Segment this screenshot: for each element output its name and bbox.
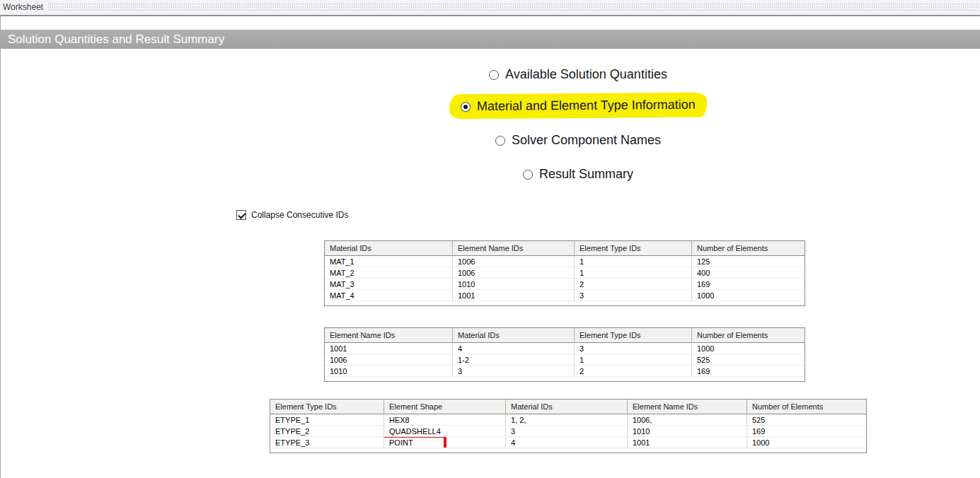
table-cell: 1001: [628, 437, 747, 448]
column-header: Element Name IDs: [325, 328, 453, 343]
column-header: Number of Elements: [692, 328, 805, 343]
table-cell: MAT_4: [325, 290, 453, 301]
table-cell: QUADSHELL4: [384, 426, 506, 437]
column-header: Element Name IDs: [453, 241, 575, 256]
table-cell: 2: [575, 279, 692, 290]
table-cell: 1001: [453, 290, 575, 301]
worksheet-tab-strip: Worksheet: [0, 0, 980, 15]
tab-strip-texture: [47, 3, 979, 12]
table-row: ETYPE_1HEX81, 2,1006,525: [270, 414, 866, 426]
table-row: 1001431000: [325, 343, 805, 354]
worksheet-tab[interactable]: Worksheet: [0, 2, 47, 13]
table-row: MAT_210061400: [325, 267, 805, 279]
table-header-row: Material IDsElement Name IDsElement Type…: [325, 241, 805, 256]
table-empty-strip: [270, 448, 866, 453]
red-annotation-box: [384, 437, 446, 448]
table-cell: 1006: [453, 256, 575, 267]
column-header: Element Type IDs: [575, 328, 692, 343]
table-cell: MAT_1: [325, 256, 453, 267]
table-cell: 1001: [325, 343, 453, 354]
table-cell: ETYPE_2: [270, 426, 384, 437]
table-cell: 1000: [692, 290, 805, 301]
table-cell: 125: [692, 256, 805, 267]
table-cell: 4: [453, 343, 575, 354]
radio-label: Available Solution Quantities: [505, 67, 667, 82]
yellow-highlight: Material and Element Type Information: [449, 93, 707, 119]
radio-button-icon[interactable]: [489, 70, 499, 80]
table-cell: 2: [575, 366, 692, 377]
column-header: Number of Elements: [692, 241, 805, 256]
collapse-consecutive-ids-checkbox[interactable]: Collapse Consecutive IDs: [236, 210, 348, 220]
table-cell: MAT_2: [325, 267, 453, 279]
table-row: MAT_4100131000: [325, 290, 805, 301]
table-cell: 1: [575, 267, 692, 279]
radio-label: Result Summary: [539, 167, 633, 182]
table-header-row: Element Type IDsElement ShapeMaterial ID…: [270, 400, 866, 414]
table-row: MAT_110061125: [325, 256, 805, 267]
section-title-bar: Solution Quantities and Result Summary: [1, 30, 980, 49]
table-cell: 169: [692, 279, 805, 290]
radio-button-icon[interactable]: [495, 136, 505, 146]
table-cell: 1: [575, 256, 692, 267]
column-header: Element Shape: [384, 400, 506, 414]
radio-result-summary[interactable]: Result Summary: [512, 162, 645, 187]
table-cell: 1: [575, 354, 692, 366]
worksheet-view: Worksheet Solution Quantities and Result…: [0, 0, 980, 478]
table-cell: 1006: [325, 354, 453, 366]
radio-button-icon[interactable]: [523, 170, 533, 180]
table-cell: HEX8: [384, 414, 506, 426]
table-cell: 3: [506, 426, 628, 437]
table-cell: 1000: [747, 437, 866, 448]
column-header: Material IDs: [325, 241, 453, 256]
table-row: ETYPE_3POINT410011000: [270, 437, 866, 448]
table-cell: 1010: [325, 366, 453, 377]
checkbox-label: Collapse Consecutive IDs: [251, 210, 348, 220]
column-header: Element Type IDs: [575, 241, 692, 256]
column-header: Material IDs: [506, 400, 628, 414]
table-row: 10061-21525: [325, 354, 805, 366]
table-cell: 400: [692, 267, 805, 279]
worksheet-panel: Solution Quantities and Result Summary A…: [0, 15, 980, 478]
table-cell: 3: [453, 366, 575, 377]
table-cell: ETYPE_3: [270, 437, 384, 448]
view-mode-radio-group: Available Solution Quantities Material a…: [295, 62, 861, 187]
table-cell: 3: [575, 290, 692, 301]
table-row: 101032169: [325, 366, 805, 377]
radio-solver-component-names[interactable]: Solver Component Names: [484, 128, 672, 153]
table-cell: 1, 2,: [506, 414, 628, 426]
table-cell: 3: [575, 343, 692, 354]
table-header-row: Element Name IDsMaterial IDsElement Type…: [325, 328, 805, 343]
table-empty-strip: [325, 377, 805, 381]
table-cell: 1006,: [628, 414, 747, 426]
table-cell: 1010: [453, 279, 575, 290]
radio-button-icon[interactable]: [461, 102, 471, 112]
table-empty-strip: [325, 301, 805, 305]
radio-label: Material and Element Type Information: [477, 98, 696, 114]
section-title: Solution Quantities and Result Summary: [8, 33, 224, 46]
table-cell: 1-2: [453, 354, 575, 366]
element-type-ids-table: Element Type IDsElement ShapeMaterial ID…: [270, 399, 867, 453]
radio-material-and-element-type-information[interactable]: Material and Element Type Information: [449, 93, 707, 118]
table-cell: 525: [692, 354, 805, 366]
table-cell: 169: [747, 426, 866, 437]
column-header: Element Type IDs: [270, 400, 384, 414]
checkbox-icon[interactable]: [236, 210, 246, 220]
element-name-ids-table: Element Name IDsMaterial IDsElement Type…: [324, 327, 805, 382]
table-cell: ETYPE_1: [270, 414, 384, 426]
table-cell: 1010: [628, 426, 747, 437]
table-cell: 4: [506, 437, 628, 448]
material-ids-table: Material IDsElement Name IDsElement Type…: [324, 240, 805, 306]
table-cell: 525: [747, 414, 866, 426]
table-cell: 169: [692, 366, 805, 377]
table-cell: POINT: [384, 437, 506, 448]
column-header: Number of Elements: [747, 400, 866, 414]
table-cell: MAT_3: [325, 279, 453, 290]
table-row: ETYPE_2QUADSHELL431010169: [270, 426, 866, 437]
table-row: MAT_310102169: [325, 279, 805, 290]
radio-label: Solver Component Names: [512, 133, 661, 148]
table-cell: 1006: [453, 267, 575, 279]
table-cell: 1000: [692, 343, 805, 354]
column-header: Material IDs: [453, 328, 575, 343]
radio-available-solution-quantities[interactable]: Available Solution Quantities: [478, 62, 679, 87]
column-header: Element Name IDs: [628, 400, 747, 414]
